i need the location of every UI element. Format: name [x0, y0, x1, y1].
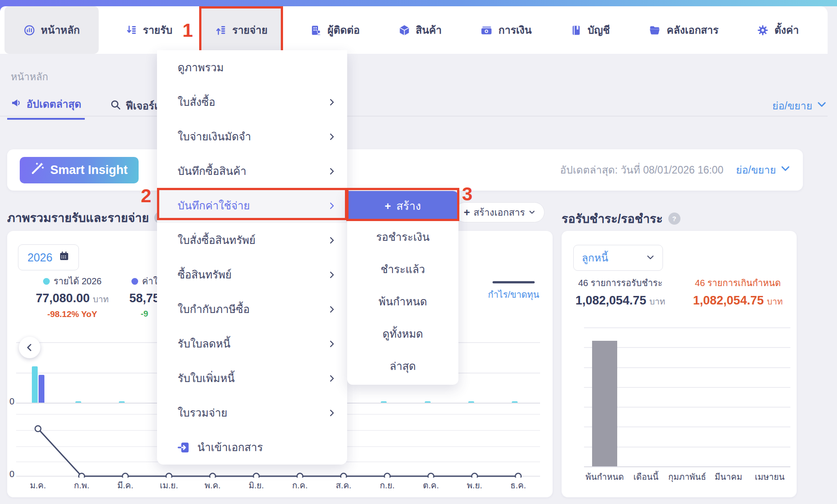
chevron-right-icon [328, 133, 336, 140]
section-title: รอรับชำระ/รอชำระ [562, 209, 663, 228]
menu-item-buy-asset[interactable]: ซื้อสินทรัพย์ [157, 257, 347, 292]
tab-latest-updates[interactable]: อัปเดตล่าสุด [7, 96, 85, 120]
menu-item-goods-purchase[interactable]: บันทึกซื้อสินค้า [157, 154, 347, 188]
x-axis-label: มี.ค. [104, 478, 147, 492]
nav-item-accounting[interactable]: บัญชี [558, 6, 622, 54]
menu-item-label: ใบรวมจ่าย [178, 404, 227, 421]
legend-line-swatch [493, 281, 535, 283]
menu-item-receive-credit-note[interactable]: รับใบลดหนี้ [157, 326, 347, 361]
submenu-item-label: พ้นกำหนด [379, 293, 427, 310]
data-point [35, 426, 41, 432]
x-axis-label: เมษายน [749, 470, 790, 483]
nav-item-label: คลังเอกสาร [667, 22, 719, 38]
menu-item-label: ดูภาพรวม [178, 59, 224, 76]
cube-icon [398, 24, 410, 36]
income-value: 77,080.00 [36, 291, 90, 305]
nav-item-income[interactable]: รายรับ [114, 6, 184, 54]
expense-dropdown-menu: ดูภาพรวม ใบสั่งซื้อ ใบจ่ายเงินมัดจำ บันท… [157, 50, 347, 465]
annotation-step-2: 2 [141, 187, 151, 205]
carousel-prev-button[interactable] [19, 337, 40, 358]
data-point [79, 474, 85, 478]
nav-item-label: รายรับ [143, 22, 173, 38]
data-point [428, 474, 434, 478]
import-document-icon [178, 441, 190, 454]
legend-label: ค่าใ [142, 274, 157, 288]
nav-item-products[interactable]: สินค้า [387, 6, 453, 54]
menu-item-asset-purchase-order[interactable]: ใบสั่งซื้อสินทรัพย์ [157, 223, 347, 257]
x-axis-label: เดือนนี้ [625, 470, 667, 483]
tab-label: อัปเดตล่าสุด [26, 96, 81, 112]
x-axis-label: ก.พ. [60, 478, 103, 492]
collapse-expand-link[interactable]: ย่อ/ขยาย [736, 162, 790, 178]
bar-chart-area [584, 327, 790, 466]
nav-item-documents[interactable]: คลังเอกสาร [636, 6, 730, 54]
submenu-item-overdue[interactable]: พ้นกำหนด [347, 285, 458, 317]
create-document-button[interactable]: สร้างเอกสาร [455, 202, 545, 222]
unit-label: บาท [650, 297, 665, 306]
income-icon [126, 24, 138, 36]
data-point [472, 474, 478, 478]
debtor-filter-dropdown[interactable]: ลูกหนี้ [573, 245, 663, 271]
submenu-item-view-all[interactable]: ดูทั้งหมด [347, 317, 458, 350]
chevron-right-icon [328, 99, 336, 106]
chevron-right-icon [328, 375, 336, 382]
plus-icon [464, 206, 470, 219]
nav-item-home[interactable]: หน้าหลัก [4, 6, 99, 54]
submenu-item-awaiting-payment[interactable]: รอชำระเงิน [347, 221, 458, 253]
home-tabs: อัปเดตล่าสุด ฟีเจอร์เ [7, 96, 161, 120]
chart-bar [39, 375, 44, 403]
expense-icon [215, 24, 227, 36]
megaphone-icon [11, 97, 22, 111]
smart-insight-button[interactable]: Smart Insight [20, 157, 139, 183]
submenu-item-label: ชำระแล้ว [380, 261, 425, 278]
nav-item-contacts[interactable]: ผู้ติดต่อ [298, 6, 371, 54]
nav-item-label: ตั้งค่า [774, 22, 798, 38]
chevron-right-icon [328, 168, 336, 175]
menu-item-label: รับใบลดหนี้ [178, 335, 231, 352]
receivables-card: ลูกหนี้ 46 รายการรอรับชำระ 1,082,054.75บ… [562, 231, 797, 497]
chevron-right-icon [328, 271, 336, 278]
submenu-item-paid[interactable]: ชำระแล้ว [347, 253, 458, 285]
overview-section-header: ภาพรวมรายรับและรายจ่าย [7, 208, 166, 227]
x-axis-label: มีนาคม [708, 470, 749, 483]
nav-item-label: ผู้ติดต่อ [327, 22, 360, 38]
menu-item-deposit-payment[interactable]: ใบจ่ายเงินมัดจำ [157, 119, 347, 154]
menu-item-purchase-tax-invoice[interactable]: ใบกำกับภาษีซื้อ [157, 292, 347, 326]
x-axis-label: ต.ค. [409, 478, 453, 492]
pending-amount: 1,082,054.75 [575, 294, 646, 307]
overdue-count: 46 รายการเกินกำหนด [679, 276, 797, 290]
nav-item-finance[interactable]: การเงิน [468, 6, 543, 54]
smart-insight-label: Smart Insight [50, 163, 128, 177]
menu-item-combined-payment[interactable]: ใบรวมจ่าย [157, 395, 347, 430]
year-filter[interactable]: 2026 [18, 244, 79, 270]
create-expense-button[interactable]: สร้าง [347, 191, 458, 221]
menu-item-receive-debit-note[interactable]: รับใบเพิ่มหนี้ [157, 361, 347, 395]
collapse-expand-link[interactable]: ย่อ/ขยาย [772, 98, 827, 114]
menu-item-overview[interactable]: ดูภาพรวม [157, 50, 347, 85]
chevron-right-icon [328, 202, 336, 209]
receivables-section-header: รอรับชำระ/รอชำระ [562, 209, 680, 228]
x-axis-label: ม.ค. [16, 478, 60, 492]
menu-item-purchase-order[interactable]: ใบสั่งซื้อ [157, 85, 347, 119]
x-axis-label: พ.ค. [191, 478, 234, 492]
x-axis-label: พ.ย. [453, 478, 496, 492]
submenu-item-label: รอชำระเงิน [376, 228, 429, 246]
breadcrumb: หน้าหลัก [11, 69, 48, 85]
menu-item-expense-record[interactable]: บันทึกค่าใช้จ่าย [157, 188, 347, 223]
building-contact-icon [310, 24, 322, 36]
nav-item-label: สินค้า [416, 22, 442, 38]
dashboard-icon [23, 24, 35, 36]
nav-item-settings[interactable]: ตั้งค่า [745, 6, 810, 54]
magic-wand-icon [31, 162, 44, 178]
x-axis-label: ก.ค. [278, 478, 322, 492]
tab-features[interactable]: ฟีเจอร์เ [106, 98, 161, 120]
nav-item-expense[interactable]: 1 รายจ่าย [199, 6, 283, 54]
legend-dot [43, 278, 50, 285]
nav-item-label: บัญชี [588, 22, 610, 38]
submenu-item-latest[interactable]: ล่าสุด [347, 350, 458, 382]
menu-item-label: นำเข้าเอกสาร [197, 439, 263, 456]
y-axis-zero: 0 [7, 469, 14, 479]
peak-dashboard-screen: หน้าหลัก รายรับ 1 รายจ่าย ผู้ติดต่อ สิ [0, 0, 837, 504]
help-icon[interactable] [668, 213, 680, 225]
menu-item-import-documents[interactable]: นำเข้าเอกสาร [157, 430, 347, 465]
